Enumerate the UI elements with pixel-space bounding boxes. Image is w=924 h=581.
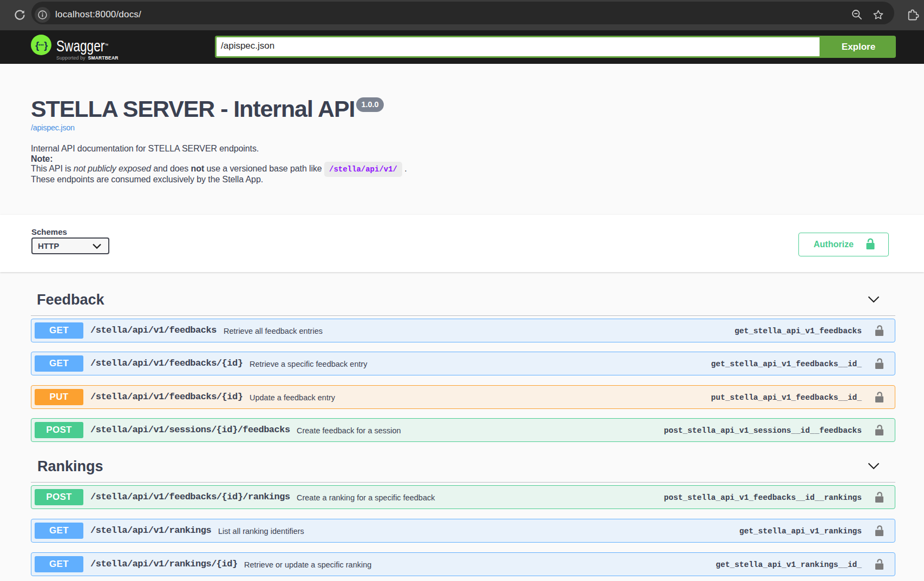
svg-text:{: {: [35, 40, 39, 51]
svg-text:}: }: [44, 40, 48, 51]
